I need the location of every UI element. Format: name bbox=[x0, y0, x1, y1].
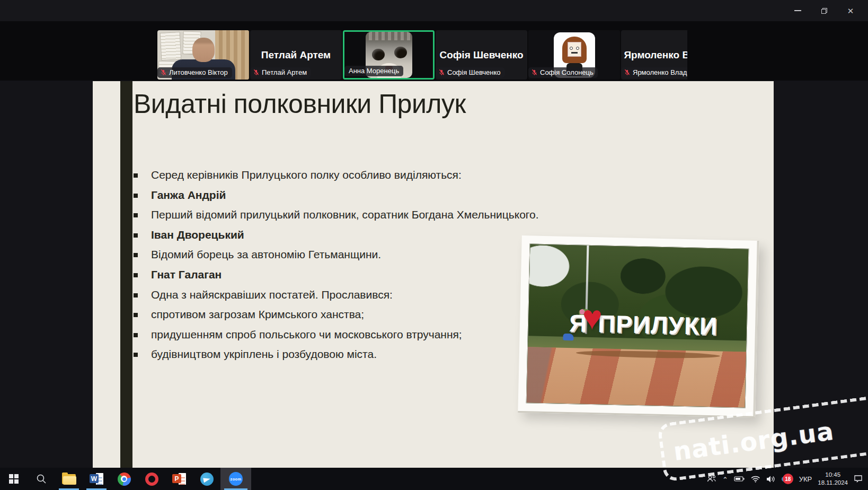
participant-name: Ярмоленко Владислав bbox=[633, 68, 687, 76]
participant-tile-petlai[interactable]: Петлай Артем Петлай Артем bbox=[250, 30, 342, 80]
participant-row: Литовченко Віктор Петлай Артем Петлай Ар… bbox=[157, 30, 687, 81]
windows-logo-icon bbox=[9, 474, 19, 484]
powerpoint-icon: P bbox=[172, 472, 186, 485]
muted-mic-icon bbox=[253, 69, 260, 76]
zoom-icon: zoom bbox=[229, 472, 243, 486]
powerpoint-button[interactable]: P bbox=[165, 468, 193, 490]
muted-mic-icon bbox=[438, 69, 445, 76]
participant-name: Софія Солонець bbox=[540, 68, 594, 76]
notification-badge: 18 bbox=[783, 474, 793, 484]
bullet-item: спротивом загрозам Кримського ханства; bbox=[134, 304, 539, 325]
opera-icon bbox=[145, 472, 158, 486]
slide-bullets: Серед керівників Прилуцького полку особл… bbox=[134, 165, 539, 364]
city-sign: Я ♥ ПРИЛУКИ bbox=[569, 304, 718, 339]
participant-tile-lytovchenko[interactable]: Литовченко Віктор bbox=[157, 30, 249, 80]
taskbar-apps: W P zoom bbox=[0, 468, 251, 490]
photo-frame: Я ♥ ПРИЛУКИ bbox=[518, 235, 759, 418]
bullet-item: Серед керівників Прилуцького полку особл… bbox=[134, 165, 539, 185]
telegram-icon bbox=[200, 472, 214, 486]
muted-mic-icon bbox=[531, 69, 538, 76]
taskbar: W P zoom ⌃ bbox=[0, 468, 868, 490]
shared-screen-area: Видатні полковники Прилук Серед керівник… bbox=[0, 81, 868, 468]
speaker-icon[interactable] bbox=[766, 475, 776, 483]
bullet-item: будівництвом укріплень і розбудовою міст… bbox=[134, 344, 539, 364]
heart-icon: ♥ bbox=[582, 304, 603, 331]
participant-tile-yarmolenko[interactable]: Ярмоленко Вла... Ярмоленко Владислав bbox=[621, 30, 687, 80]
close-button[interactable]: ✕ bbox=[837, 0, 864, 21]
muted-mic-icon bbox=[160, 69, 167, 76]
word-button[interactable]: W bbox=[83, 468, 110, 490]
start-button[interactable] bbox=[0, 468, 28, 490]
language-indicator[interactable]: УКР bbox=[799, 475, 812, 483]
minimize-button[interactable] bbox=[784, 0, 811, 21]
close-icon: ✕ bbox=[847, 7, 854, 15]
window-controls: ✕ bbox=[784, 0, 864, 21]
search-icon bbox=[36, 473, 47, 485]
name-badge: Анна Моренець bbox=[344, 66, 403, 76]
zoom-app-button[interactable]: zoom bbox=[220, 468, 251, 490]
opera-button[interactable] bbox=[138, 468, 165, 490]
clock[interactable]: 10:45 18.11.2024 bbox=[818, 471, 848, 487]
participant-name: Софія Шевченко bbox=[447, 68, 501, 76]
chrome-button[interactable] bbox=[110, 468, 138, 490]
telegram-tray-icon[interactable]: 18 bbox=[782, 474, 793, 484]
participant-name: Петлай Артем bbox=[262, 68, 307, 76]
bullet-item: Ганжа Андрій bbox=[134, 185, 539, 205]
tray-date: 18.11.2024 bbox=[818, 479, 848, 487]
participant-name: Анна Моренець bbox=[349, 67, 399, 75]
slide-title: Видатні полковники Прилук bbox=[134, 89, 466, 119]
name-badge: Софія Шевченко bbox=[436, 67, 505, 78]
muted-mic-icon bbox=[624, 69, 631, 76]
name-badge: Ярмоленко Владислав bbox=[621, 67, 687, 78]
participant-name: Литовченко Віктор bbox=[169, 68, 228, 76]
file-explorer-button[interactable] bbox=[55, 468, 83, 490]
screen: ✕ Литовченко Віктор Петлай Артем bbox=[0, 0, 868, 490]
participant-tile-solonets[interactable]: Софія Солонець bbox=[528, 30, 620, 80]
name-badge: Петлай Артем bbox=[250, 67, 311, 78]
action-center-icon[interactable] bbox=[854, 475, 863, 483]
pryluky-sign-photo: Я ♥ ПРИЛУКИ bbox=[526, 243, 749, 408]
system-tray: ⌃ 18 УКР 10:45 18.11.2024 bbox=[707, 468, 863, 490]
bullet-item: Іван Дворецький bbox=[134, 225, 539, 245]
sign-word-pryluky: ПРИЛУКИ bbox=[598, 311, 718, 338]
bullet-item: придушенням спроб польського чи московсь… bbox=[134, 325, 539, 345]
participant-tile-shevchenko[interactable]: Софія Шевченко Софія Шевченко bbox=[436, 30, 527, 80]
bullet-item: Відомий борець за автономію Гетьманщини. bbox=[134, 244, 539, 265]
name-badge: Литовченко Віктор bbox=[157, 67, 232, 78]
wifi-icon[interactable] bbox=[750, 475, 760, 483]
video-strip: Литовченко Віктор Петлай Артем Петлай Ар… bbox=[0, 21, 868, 81]
word-icon: W bbox=[90, 472, 103, 485]
file-explorer-icon bbox=[62, 474, 76, 484]
bullet-item: Перший відомий прилуцький полковник, сор… bbox=[134, 205, 539, 225]
slide-accent-bar bbox=[120, 81, 132, 468]
restore-button[interactable] bbox=[811, 0, 837, 21]
minimize-icon bbox=[794, 10, 801, 11]
participant-tile-morenets-active-speaker[interactable]: Анна Моренець bbox=[343, 30, 435, 80]
telegram-button[interactable] bbox=[193, 468, 220, 490]
people-icon[interactable] bbox=[707, 475, 716, 483]
hidden-icons-chevron[interactable]: ⌃ bbox=[722, 476, 728, 484]
presentation-slide: Видатні полковники Прилук Серед керівник… bbox=[93, 81, 774, 468]
name-badge: Софія Солонець bbox=[528, 67, 598, 78]
tray-time: 10:45 bbox=[818, 471, 848, 479]
chrome-icon bbox=[118, 472, 131, 486]
bullet-item: Одна з найяскравіших постатей. Прославив… bbox=[134, 285, 539, 305]
window-titlebar: ✕ bbox=[0, 0, 868, 21]
restore-icon bbox=[821, 8, 827, 14]
bullet-item: Гнат Галаган bbox=[134, 265, 539, 285]
search-button[interactable] bbox=[28, 468, 55, 490]
battery-icon[interactable] bbox=[734, 476, 745, 482]
